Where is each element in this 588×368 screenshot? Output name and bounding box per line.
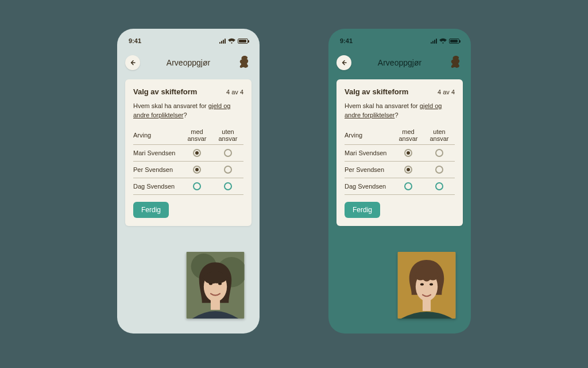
table-row: Mari Svendsen bbox=[345, 144, 455, 161]
heir-name: Per Svendsen bbox=[345, 161, 393, 178]
col-heir: Arving bbox=[345, 125, 393, 145]
heir-name: Mari Svendsen bbox=[133, 144, 181, 161]
svg-point-10 bbox=[420, 283, 424, 285]
heirs-table: Arving med ansvar uten ansvar Mari Svend… bbox=[133, 125, 243, 195]
table-row: Dag Svendsen bbox=[345, 178, 455, 194]
card-prompt: Hvem skal ha ansvaret for gjeld og andre… bbox=[345, 102, 455, 120]
heir-name: Per Svendsen bbox=[133, 161, 181, 178]
radio-with[interactable] bbox=[193, 166, 201, 174]
table-row: Dag Svendsen bbox=[133, 178, 243, 194]
coat-of-arms-icon bbox=[448, 55, 463, 71]
page-title: Arveoppgjør bbox=[167, 58, 210, 67]
form-card: Valg av skifteform 4 av 4 Hvem skal ha a… bbox=[336, 79, 463, 226]
radio-without[interactable] bbox=[224, 166, 232, 174]
signal-icon bbox=[219, 39, 226, 44]
app-bar: Arveoppgjør bbox=[336, 54, 463, 71]
radio-with[interactable] bbox=[193, 149, 201, 157]
radio-without[interactable] bbox=[435, 182, 443, 190]
col-without: uten ansvar bbox=[212, 125, 243, 145]
done-button[interactable]: Ferdig bbox=[133, 202, 169, 218]
back-button[interactable] bbox=[336, 55, 351, 70]
svg-point-11 bbox=[430, 283, 433, 285]
heir-name: Dag Svendsen bbox=[133, 178, 181, 194]
status-time: 9:41 bbox=[340, 37, 353, 44]
radio-with[interactable] bbox=[193, 182, 201, 190]
heirs-table: Arving med ansvar uten ansvar Mari Svend… bbox=[345, 125, 455, 195]
arrow-left-icon bbox=[341, 59, 347, 66]
status-icons bbox=[219, 38, 248, 44]
step-indicator: 4 av 4 bbox=[438, 89, 455, 95]
col-heir: Arving bbox=[133, 125, 181, 145]
wifi-icon bbox=[439, 38, 447, 44]
col-without: uten ansvar bbox=[424, 125, 455, 145]
coat-of-arms-icon bbox=[237, 55, 252, 71]
svg-rect-9 bbox=[423, 298, 431, 311]
radio-without[interactable] bbox=[224, 149, 232, 157]
assistant-tile[interactable] bbox=[397, 252, 456, 319]
table-row: Per Svendsen bbox=[345, 161, 455, 178]
wifi-icon bbox=[228, 38, 235, 44]
battery-icon bbox=[238, 39, 248, 44]
portrait-woman-icon bbox=[186, 252, 245, 319]
assistant-tile[interactable] bbox=[186, 252, 245, 319]
heir-name: Dag Svendsen bbox=[345, 178, 393, 194]
back-button[interactable] bbox=[125, 55, 140, 70]
page-title: Arveoppgjør bbox=[378, 58, 421, 67]
radio-with[interactable] bbox=[404, 149, 412, 157]
table-row: Mari Svendsen bbox=[133, 144, 243, 161]
form-card: Valg av skifteform 4 av 4 Hvem skal ha a… bbox=[125, 79, 252, 226]
col-with: med ansvar bbox=[393, 125, 424, 145]
radio-without[interactable] bbox=[435, 149, 443, 157]
radio-without[interactable] bbox=[224, 182, 232, 190]
battery-icon bbox=[449, 39, 459, 44]
status-time: 9:41 bbox=[129, 37, 141, 44]
app-bar: Arveoppgjør bbox=[125, 54, 252, 71]
card-prompt: Hvem skal ha ansvaret for gjeld og andre… bbox=[133, 102, 243, 120]
status-bar: 9:41 bbox=[125, 37, 252, 45]
svg-rect-4 bbox=[211, 298, 220, 310]
phone-light: 9:41 Arveoppgjør Valg av skifteform 4 av… bbox=[117, 29, 260, 334]
card-heading: Valg av skifteform bbox=[133, 87, 197, 96]
card-heading: Valg av skifteform bbox=[345, 87, 408, 96]
signal-icon bbox=[431, 39, 437, 44]
radio-with[interactable] bbox=[404, 166, 412, 174]
radio-without[interactable] bbox=[435, 166, 443, 174]
status-bar: 9:41 bbox=[336, 37, 463, 45]
portrait-man-icon bbox=[397, 252, 456, 319]
status-icons bbox=[431, 38, 459, 44]
done-button[interactable]: Ferdig bbox=[345, 202, 380, 218]
table-row: Per Svendsen bbox=[133, 161, 243, 178]
phone-dark: 9:41 Arveoppgjør Valg av skifteform 4 av… bbox=[328, 29, 471, 334]
heir-name: Mari Svendsen bbox=[345, 144, 393, 161]
step-indicator: 4 av 4 bbox=[226, 89, 243, 95]
arrow-left-icon bbox=[129, 59, 136, 66]
col-with: med ansvar bbox=[181, 125, 212, 145]
radio-with[interactable] bbox=[404, 182, 412, 190]
